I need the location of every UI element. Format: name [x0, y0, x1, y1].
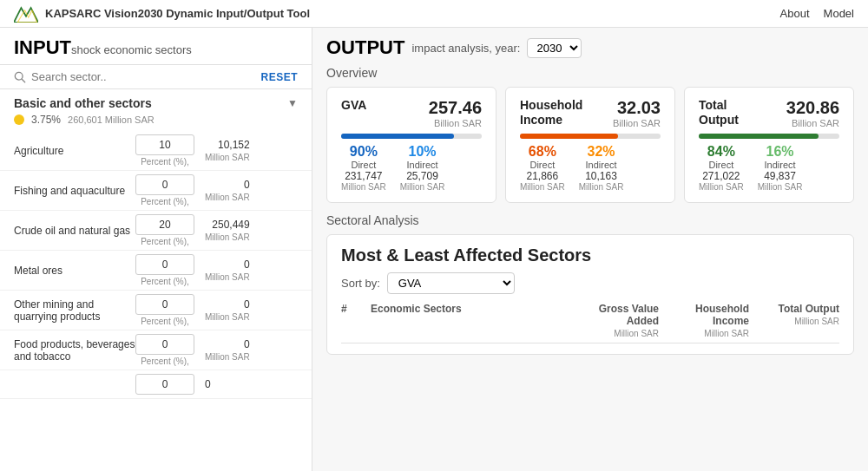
hi-card-header: HouseholdIncome 32.03 Billion SAR [520, 98, 661, 128]
hi-unit: Billion SAR [613, 118, 661, 128]
to-unit: Billion SAR [786, 118, 839, 128]
sector-label-0: Agriculture [14, 145, 135, 157]
to-indirect-unit: Million SAR [758, 182, 803, 192]
hi-direct-val: 21,866 [526, 170, 558, 182]
to-direct-val: 271,022 [702, 170, 740, 182]
sector-row: Metal ores Percent (%), 0 Million SAR [0, 251, 312, 291]
hi-direct-block: 68% Direct 21,866 Million SAR [520, 144, 565, 192]
pct-input-5[interactable] [135, 334, 194, 355]
search-bar: RESET [0, 65, 312, 89]
progress-value: 260,601 Million SAR [68, 114, 155, 125]
sar-value-extra: 0 [205, 378, 211, 390]
sort-label: Sort by: [341, 277, 380, 290]
sector-inputs-0: Percent (%), 10,152 Million SAR [135, 134, 250, 167]
overview-cards: GVA 257.46 Billion SAR 90% Direct 231,74… [326, 87, 854, 203]
overview-label: Overview [326, 66, 854, 80]
hi-indirect-block: 32% Indirect 10,163 Million SAR [579, 144, 624, 192]
hi-indirect-label: Indirect [585, 160, 616, 170]
sector-inputs-extra: 0 [135, 374, 211, 395]
pct-input-extra[interactable] [135, 374, 194, 395]
sector-row: Fishing and aquaculture Percent (%), 0 M… [0, 171, 312, 211]
about-link[interactable]: About [780, 7, 810, 20]
sector-inputs-4: Percent (%), 0 Million SAR [135, 294, 250, 326]
to-pcts: 84% Direct 271,022 Million SAR 16% Indir… [699, 144, 839, 192]
hi-pcts: 68% Direct 21,866 Million SAR 32% Indire… [520, 144, 661, 192]
reset-button[interactable]: RESET [260, 71, 298, 83]
pct-input-1[interactable] [135, 174, 194, 195]
sar-value-3: 0 [244, 258, 250, 271]
to-direct-unit: Million SAR [699, 182, 744, 192]
svg-line-3 [22, 79, 25, 82]
pct-input-wrap-4: Percent (%), [135, 294, 194, 326]
pct-label-5: Percent (%), [141, 357, 189, 366]
sar-value-0: 10,152 [218, 139, 250, 151]
sar-label-3: Million SAR [205, 272, 250, 282]
gva-pcts: 90% Direct 231,747 Million SAR 10% Indir… [341, 144, 482, 192]
to-card: TotalOutput 320.86 Billion SAR 84% Direc… [684, 87, 854, 203]
th-to: Total Output Million SAR [753, 303, 839, 339]
sar-val-wrap-3: 0 Million SAR [205, 258, 250, 282]
sector-row: Other mining and quarrying products Perc… [0, 291, 312, 330]
hi-bar [520, 134, 618, 139]
left-panel: INPUTshock economic sectors RESET Basic … [0, 28, 312, 471]
sort-select[interactable]: GVA Household Income Total Output [387, 272, 515, 294]
gva-title: GVA [341, 98, 366, 113]
gva-indirect-label: Indirect [406, 160, 437, 170]
th-hi: Household Income Million SAR [662, 303, 749, 339]
gva-direct-pct: 90% [350, 144, 378, 160]
hi-title: HouseholdIncome [520, 98, 582, 128]
sector-inputs-2: Percent (%), 250,449 Million SAR [135, 214, 250, 246]
sector-label-1: Fishing and aquaculture [14, 185, 135, 197]
app-title: KAPSARC Vision2030 Dynamic Input/Output … [45, 7, 310, 20]
gva-value-wrap: 257.46 Billion SAR [429, 98, 482, 128]
pct-input-4[interactable] [135, 294, 194, 315]
sort-row: Sort by: GVA Household Income Total Outp… [341, 272, 839, 294]
pct-input-wrap-1: Percent (%), [135, 174, 194, 206]
affected-card: Most & Least Affected Sectors Sort by: G… [326, 234, 854, 355]
sector-progress-row: 3.75% 260,601 Million SAR [0, 112, 312, 131]
to-bar-wrap [699, 134, 839, 139]
sectoral-label: Sectoral Analysis [326, 213, 854, 227]
pct-input-wrap-5: Percent (%), [135, 334, 194, 366]
hi-value: 32.03 [613, 98, 661, 118]
main-layout: INPUTshock economic sectors RESET Basic … [0, 28, 868, 471]
pct-label-0: Percent (%), [141, 157, 189, 167]
model-link[interactable]: Model [824, 7, 854, 20]
gva-card-header: GVA 257.46 Billion SAR [341, 98, 482, 128]
gva-indirect-block: 10% Indirect 25,709 Million SAR [400, 144, 445, 192]
input-subheading: shock economic sectors [71, 43, 192, 56]
to-bar [699, 134, 819, 139]
sector-row: Crude oil and natural gas Percent (%), 2… [0, 211, 312, 251]
sar-label-4: Million SAR [205, 312, 250, 322]
year-select[interactable]: 2020 2025 2030 [527, 38, 582, 58]
sectors-section: Basic and other sectors ▼ 3.75% 260,601 … [0, 89, 312, 471]
to-direct-block: 84% Direct 271,022 Million SAR [699, 144, 744, 192]
search-input[interactable] [31, 70, 255, 83]
pct-input-3[interactable] [135, 254, 194, 275]
hi-bar-wrap [520, 134, 661, 139]
sector-inputs-3: Percent (%), 0 Million SAR [135, 254, 250, 286]
sector-label-5: Food products, beverages and tobacco [14, 338, 135, 363]
pct-input-0[interactable] [135, 134, 194, 155]
sar-val-wrap-extra: 0 [205, 378, 211, 390]
th-sector: Economic Sectors [371, 303, 569, 339]
th-gva: Gross Value Added Million SAR [572, 303, 659, 339]
sar-val-wrap-2: 250,449 Million SAR [205, 219, 250, 242]
hi-direct-unit: Million SAR [520, 182, 565, 192]
to-value-wrap: 320.86 Billion SAR [786, 98, 839, 128]
sar-value-4: 0 [244, 298, 250, 311]
gva-direct-block: 90% Direct 231,747 Million SAR [341, 144, 386, 192]
hi-card: HouseholdIncome 32.03 Billion SAR 68% Di… [505, 87, 675, 203]
sar-value-2: 250,449 [212, 219, 249, 231]
progress-dot [14, 114, 24, 125]
hi-indirect-val: 10,163 [585, 170, 617, 182]
pct-label-2: Percent (%), [141, 237, 189, 246]
gva-value: 257.46 [429, 98, 482, 118]
pct-input-2[interactable] [135, 214, 194, 235]
to-title: TotalOutput [699, 98, 739, 128]
left-header: INPUTshock economic sectors [0, 28, 312, 65]
output-subheading: impact analysis, year: [411, 42, 520, 55]
sector-group-header[interactable]: Basic and other sectors ▼ [0, 89, 312, 112]
sar-label-5: Million SAR [205, 352, 250, 362]
pct-input-wrap-2: Percent (%), [135, 214, 194, 246]
